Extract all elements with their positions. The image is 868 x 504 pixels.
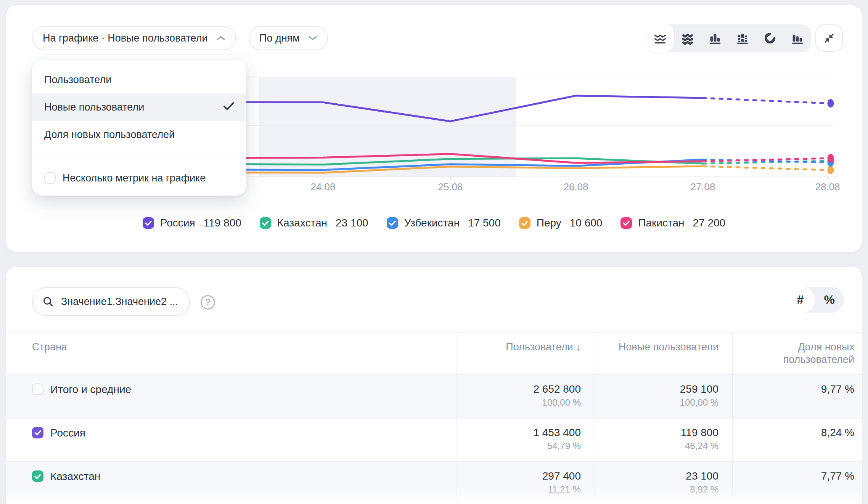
cell-percent: 8,92 %: [595, 484, 719, 495]
multi-metric-option[interactable]: Несколько метрик на графике: [32, 164, 246, 192]
legend-label: Узбекистан: [404, 217, 460, 229]
legend-value: 17 500: [468, 217, 501, 229]
row-checkbox[interactable]: [32, 384, 43, 395]
cell-percent: 100,00 %: [457, 397, 581, 408]
legend-label: Перу: [537, 217, 561, 229]
cell-percent: 46,24 %: [595, 441, 719, 451]
legend-label: Пакистан: [638, 217, 684, 229]
table-row-Итого и средние: Итого и средние2 652 800100,00 %259 1001…: [6, 375, 862, 419]
legend-value: 119 800: [204, 217, 241, 229]
cell-percent: 100,00 %: [595, 397, 719, 408]
help-icon[interactable]: ?: [201, 295, 215, 310]
filter-input[interactable]: Значение1.Значение2 ...: [32, 287, 190, 316]
table-header: Страна Пользователи ↓ Новые пользователи…: [6, 332, 862, 375]
legend-checkbox[interactable]: [620, 217, 632, 229]
series-projection-Россия: [703, 98, 828, 103]
metric-dropdown-menu: ПользователиНовые пользователиДоля новых…: [32, 60, 246, 196]
multi-metric-label: Несколько метрик на графике: [63, 172, 206, 184]
row-label[interactable]: Итого и средние: [50, 384, 131, 395]
menu-separator: [32, 157, 246, 157]
table-row-Казахстан: Казахстан297 40011,21 %23 1008,92 %7,77 …: [6, 462, 862, 504]
cell-value: 119 800: [595, 426, 719, 439]
legend-value: 10 600: [570, 217, 603, 229]
legend-item-Узбекистан[interactable]: Узбекистан17 500: [387, 217, 501, 229]
menu-item-label: Доля новых пользователей: [44, 129, 175, 141]
cell-value: 259 100: [595, 383, 719, 396]
column-header-new-users[interactable]: Новые пользователи: [595, 333, 732, 374]
cell-share: 9,77 %: [732, 375, 862, 418]
x-axis-label: 28.08: [815, 181, 840, 193]
filter-input-value: Значение1.Значение2 ...: [61, 296, 178, 308]
menu-item[interactable]: Доля новых пользователей: [32, 121, 246, 148]
toggle-number[interactable]: #: [786, 287, 815, 313]
legend-checkbox[interactable]: [519, 217, 530, 229]
checkmark-icon: [223, 101, 235, 114]
legend-checkbox[interactable]: [260, 217, 271, 229]
row-label[interactable]: Казахстан: [50, 471, 100, 482]
x-axis-label: 25.08: [438, 181, 463, 193]
series-endpoint-Пакистан: [828, 154, 834, 162]
column-header-share[interactable]: Доля новых пользователей: [732, 333, 862, 374]
countries-table: Страна Пользователи ↓ Новые пользователи…: [6, 332, 862, 504]
menu-item-label: Пользователи: [44, 74, 111, 86]
legend-label: Казахстан: [277, 217, 327, 229]
menu-item[interactable]: Пользователи: [32, 66, 246, 93]
cell-share: 7,77 %: [732, 462, 862, 504]
legend-item-Перу[interactable]: Перу10 600: [519, 217, 603, 229]
legend-checkbox[interactable]: [387, 217, 398, 229]
table-row-Россия: Россия1 453 40054,79 %119 80046,24 %8,24…: [6, 419, 862, 462]
row-checkbox[interactable]: [32, 427, 43, 438]
row-checkbox[interactable]: [32, 470, 43, 482]
legend-value: 23 100: [336, 217, 368, 229]
cell-value: 297 400: [457, 470, 581, 483]
x-axis-label: 24.08: [310, 181, 335, 193]
legend-item-Казахстан[interactable]: Казахстан23 100: [260, 217, 368, 229]
column-header-country[interactable]: Страна: [6, 333, 457, 374]
legend-label: Россия: [160, 217, 195, 229]
row-label[interactable]: Россия: [50, 427, 85, 439]
column-header-users[interactable]: Пользователи ↓: [457, 333, 595, 374]
sort-descending-icon: ↓: [576, 341, 581, 353]
cell-share: 8,24 %: [732, 419, 862, 461]
legend-value: 27 200: [693, 217, 726, 229]
multi-metric-checkbox[interactable]: [44, 172, 56, 184]
number-percent-toggle: # %: [786, 287, 844, 313]
legend-item-Пакистан[interactable]: Пакистан27 200: [620, 217, 725, 229]
chart-legend: Россия119 800Казахстан23 100Узбекистан17…: [6, 217, 862, 229]
toggle-percent[interactable]: %: [815, 287, 844, 313]
cell-value: 1 453 400: [457, 426, 581, 439]
series-endpoint-Перу: [828, 166, 834, 174]
series-projection-Перу: [703, 166, 828, 170]
legend-item-Россия[interactable]: Россия119 800: [143, 217, 241, 229]
series-endpoint-Россия: [828, 99, 834, 108]
search-icon: [42, 295, 54, 308]
x-axis-label: 27.08: [690, 181, 715, 193]
cell-percent: 11,21 %: [457, 484, 581, 495]
menu-item[interactable]: Новые пользователи: [32, 93, 246, 121]
cell-value: 2 652 800: [457, 383, 581, 396]
cell-percent: 54,79 %: [457, 441, 581, 451]
cell-value: 23 100: [595, 470, 719, 483]
table-card: Значение1.Значение2 ... ? # % Страна Пол…: [6, 267, 862, 504]
x-axis-label: 26.08: [563, 181, 588, 193]
legend-checkbox[interactable]: [143, 217, 154, 229]
menu-item-label: Новые пользователи: [44, 101, 144, 113]
